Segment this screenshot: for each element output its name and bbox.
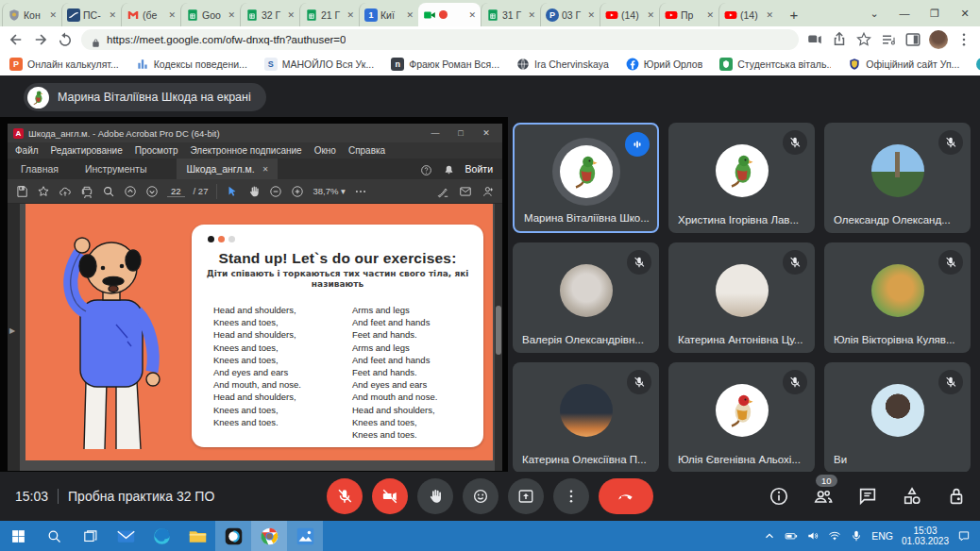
share-person-icon[interactable] [482, 185, 495, 198]
acrobat-menu-item[interactable]: Редактирование [51, 145, 123, 156]
next-page-icon[interactable] [145, 185, 159, 198]
participants-icon[interactable]: 10 [813, 486, 834, 507]
scrollbar-thumb[interactable] [496, 306, 501, 355]
mic-off-button[interactable] [327, 478, 363, 514]
bookmark-item[interactable]: Юрий Орлов [626, 58, 702, 71]
previous-page-icon[interactable] [124, 185, 137, 198]
tab-close-icon[interactable]: ✕ [49, 10, 57, 20]
browser-tab[interactable]: (14)✕ [718, 3, 778, 26]
browser-tab[interactable]: 31 Г✕ [481, 3, 540, 26]
acrobat-tab-tools[interactable]: Инструменты [72, 159, 160, 179]
participant-tile[interactable]: Валерія Олександрівн... [513, 242, 659, 353]
wifi-icon[interactable] [828, 529, 841, 543]
tab-close-icon[interactable]: ✕ [706, 10, 714, 20]
present-button[interactable] [508, 478, 544, 514]
acrobat-document-tab-close-icon[interactable]: ✕ [262, 165, 269, 174]
search-icon[interactable] [102, 185, 115, 198]
scrollbar[interactable] [495, 204, 502, 471]
address-bar[interactable]: https://meet.google.com/ofw-dnxq-tfn?aut… [81, 29, 799, 50]
bookmark-item[interactable]: Офіційний сайт Уп... [848, 58, 959, 71]
tab-close-icon[interactable]: ✕ [228, 10, 235, 20]
close-button[interactable]: ✕ [950, 0, 980, 26]
edge-app-icon[interactable] [144, 521, 179, 551]
reactions-button[interactable] [463, 478, 498, 514]
camera-in-use-icon[interactable] [806, 31, 823, 48]
participant-tile[interactable]: Катерина Антонівна Цу... [668, 242, 815, 353]
page-number-input[interactable]: 22 [167, 186, 185, 197]
acrobat-document-tab[interactable]: Шкода_англ.м. ✕ [177, 159, 278, 179]
acrobat-menu-item[interactable]: Файл [15, 145, 39, 156]
bookmark-item[interactable]: SМАНОЙЛО Вся Ук... [264, 58, 374, 71]
browser-tab[interactable]: (14)✕ [600, 3, 659, 26]
mail-app-icon[interactable] [108, 521, 144, 551]
browser-tab[interactable]: (бе✕ [121, 3, 180, 26]
side-panel-icon[interactable] [904, 31, 921, 48]
help-icon[interactable] [420, 163, 432, 175]
bookmark-item[interactable]: CКесем Султан - Все... [976, 58, 980, 71]
bookmark-item[interactable]: Ira Chervinskaya [516, 58, 609, 71]
browser-tab[interactable]: 32 Г✕ [240, 3, 299, 26]
browser-tab[interactable]: Goo✕ [180, 3, 240, 26]
profile-avatar[interactable] [929, 30, 948, 49]
participant-tile[interactable]: Марина Віталіївна Шко... [513, 123, 659, 233]
tab-close-icon[interactable]: ✕ [406, 10, 414, 20]
chrome-app-icon[interactable] [251, 521, 287, 551]
tab-close-icon[interactable]: ✕ [287, 10, 295, 20]
action-center-icon[interactable] [957, 529, 971, 543]
reading-list-icon[interactable] [880, 31, 897, 48]
participant-tile[interactable]: Катерина Олексіївна П... [513, 362, 659, 473]
participant-tile[interactable]: Юлія Євгенівна Альохі... [668, 362, 815, 473]
new-tab-button[interactable]: + [782, 2, 806, 26]
panel-expand-icon[interactable]: ▶ [9, 326, 15, 335]
menu-kebab-icon[interactable] [955, 31, 972, 48]
tab-close-icon[interactable]: ✕ [468, 10, 476, 20]
chat-icon[interactable] [857, 486, 878, 507]
zoom-out-icon[interactable] [269, 185, 282, 198]
bookmark-item[interactable]: Кодексы поведени... [136, 58, 247, 71]
task-view-icon[interactable] [72, 521, 108, 551]
minimize-button[interactable]: — [889, 0, 920, 26]
participant-tile[interactable]: Ви [824, 362, 971, 473]
language-indicator[interactable]: ENG [871, 530, 893, 542]
browser-tab[interactable]: P03 Г✕ [540, 3, 600, 26]
participant-tile[interactable]: Олександр Олександ... [824, 123, 971, 233]
photos-app-icon[interactable] [287, 521, 323, 551]
fill-sign-icon[interactable] [436, 185, 449, 198]
tab-close-icon[interactable]: ✕ [587, 10, 595, 20]
browser-tab[interactable]: 21 Г✕ [299, 3, 359, 26]
battery-icon[interactable] [785, 529, 798, 543]
acrobat-menu-item[interactable]: Просмотр [135, 145, 178, 156]
browser-tab[interactable]: Кон✕ [2, 3, 61, 26]
meeting-details-icon[interactable] [769, 486, 789, 507]
host-controls-icon[interactable] [946, 486, 967, 507]
acrobat-nav-panel[interactable]: ▶ [8, 204, 20, 471]
reload-icon[interactable] [57, 31, 74, 48]
participant-tile[interactable]: Христина Ігорівна Лав... [668, 123, 815, 233]
tab-search-icon[interactable]: ⌄ [859, 0, 889, 26]
tab-close-icon[interactable]: ✕ [528, 10, 535, 20]
tab-close-icon[interactable]: ✕ [109, 10, 116, 20]
tab-close-icon[interactable]: ✕ [766, 10, 773, 20]
hand-tool-icon[interactable] [247, 185, 261, 198]
sign-in-button[interactable]: Войти [465, 163, 493, 175]
tray-chevron-icon[interactable] [763, 529, 776, 543]
acrobat-minimize-icon[interactable]: — [425, 128, 446, 138]
tray-mic-icon[interactable] [850, 529, 863, 543]
browser-tab[interactable]: ✕ [418, 3, 481, 26]
start-button[interactable] [0, 521, 36, 551]
camera-off-button[interactable] [372, 478, 408, 514]
acrobat-close-icon[interactable]: ✕ [476, 128, 497, 138]
send-email-icon[interactable] [459, 185, 472, 198]
bookmark-item[interactable]: PОнлайн калькулят... [9, 58, 119, 71]
bell-icon[interactable] [443, 163, 455, 175]
star-icon[interactable] [37, 185, 50, 198]
bookmark-item[interactable]: nФраюк Роман Вся... [391, 58, 499, 71]
file-explorer-icon[interactable] [179, 521, 215, 551]
more-tools-icon[interactable] [354, 185, 367, 198]
browser-tab[interactable]: Пр✕ [659, 3, 718, 26]
taskbar-search-icon[interactable] [36, 521, 72, 551]
bookmark-star-icon[interactable] [855, 31, 872, 48]
bookmark-item[interactable]: Студентська віталь... [719, 58, 831, 71]
more-options-button[interactable] [553, 478, 589, 514]
print-icon[interactable] [80, 185, 93, 198]
